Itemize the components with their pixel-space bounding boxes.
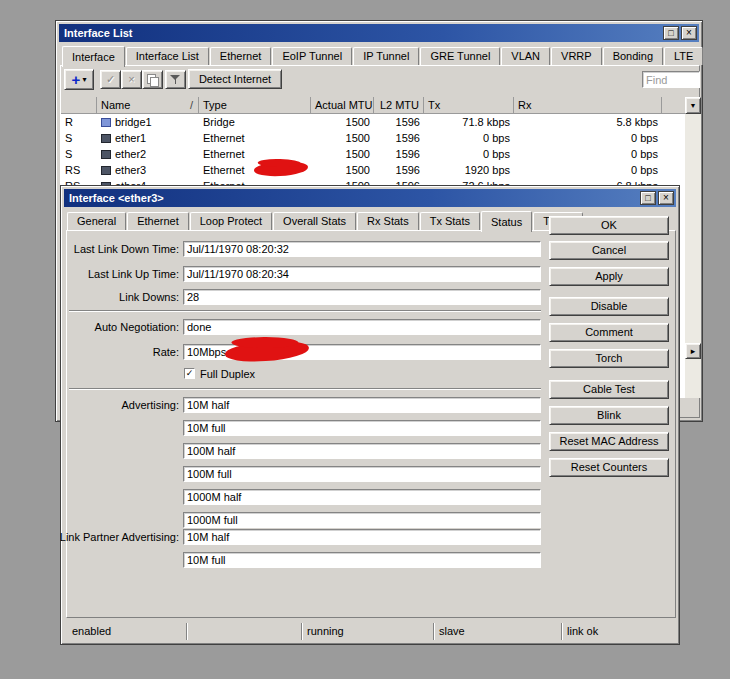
- interface-list-tabstrip: Interface Interface List Ethernet EoIP T…: [62, 46, 704, 67]
- check-icon: ✓: [106, 73, 115, 85]
- column-header-flags[interactable]: [61, 97, 97, 113]
- close-icon: ×: [659, 192, 673, 204]
- column-header-l2-mtu[interactable]: L2 MTU: [374, 97, 424, 113]
- tab-overall-stats[interactable]: Overall Stats: [273, 212, 356, 230]
- table-row[interactable]: RS ether3 Ethernet 1500 1596 1920 bps 0 …: [61, 162, 685, 178]
- advertising-field[interactable]: 100M half: [183, 443, 541, 459]
- tab-general[interactable]: General: [67, 212, 126, 230]
- checkbox-box: ✓: [184, 368, 195, 379]
- tab-ethernet[interactable]: Ethernet: [127, 212, 189, 230]
- column-header-type[interactable]: Type: [199, 97, 311, 113]
- advertising-field[interactable]: 1000M full: [183, 512, 541, 528]
- auto-negotiation-field[interactable]: done: [183, 319, 541, 335]
- tab-ip-tunnel[interactable]: IP Tunnel: [353, 47, 419, 65]
- row-actual-mtu: 1500: [311, 114, 374, 130]
- auto-negotiation-label: Auto Negotiation:: [63, 319, 179, 335]
- advertising-field[interactable]: 10M half: [183, 397, 541, 413]
- row-rx: 5.8 kbps: [514, 114, 662, 130]
- last-link-down-time-field[interactable]: Jul/11/1970 08:20:32: [183, 241, 541, 257]
- row-l2-mtu: 1596: [374, 114, 424, 130]
- tab-interface-list[interactable]: Interface List: [126, 47, 209, 65]
- dialog-statusbar: enabled running slave link ok: [67, 623, 675, 640]
- advertising-field[interactable]: 1000M half: [183, 489, 541, 505]
- enable-toolbar-button[interactable]: ✓: [100, 70, 121, 89]
- scroll-right-button[interactable]: ▸: [685, 343, 701, 359]
- plus-icon: +: [72, 73, 81, 87]
- rate-label: Rate:: [63, 344, 179, 360]
- last-link-up-time-field[interactable]: Jul/11/1970 08:20:34: [183, 266, 541, 282]
- detect-internet-button[interactable]: Detect Internet: [188, 69, 282, 89]
- table-row[interactable]: R bridge1 Bridge 1500 1596 71.8 kbps 5.8…: [61, 114, 685, 130]
- maximize-icon: □: [641, 192, 655, 204]
- table-row[interactable]: S ether1 Ethernet 1500 1596 0 bps 0 bps: [61, 130, 685, 146]
- torch-button[interactable]: Torch: [549, 349, 669, 368]
- tab-vrrp[interactable]: VRRP: [551, 47, 602, 65]
- row-actual-mtu: 1500: [311, 130, 374, 146]
- dialog-tabstrip: General Ethernet Loop Protect Overall St…: [67, 211, 584, 232]
- row-rx: 0 bps: [514, 146, 662, 162]
- tab-ethernet[interactable]: Ethernet: [210, 47, 272, 65]
- filter-funnel-icon: [170, 74, 181, 85]
- filter-toolbar-button[interactable]: [165, 70, 186, 89]
- status-running: running: [301, 623, 433, 640]
- separator: [69, 388, 541, 390]
- chevron-down-icon: ▼: [686, 98, 700, 113]
- add-button[interactable]: + ▾: [64, 69, 94, 90]
- row-rx: 0 bps: [514, 130, 662, 146]
- bridge-icon: [101, 118, 111, 127]
- advertising-field[interactable]: 100M full: [183, 466, 541, 482]
- row-l2-mtu: 1596: [374, 130, 424, 146]
- last-link-up-time-label: Last Link Up Time:: [63, 266, 179, 282]
- maximize-icon: □: [664, 27, 678, 39]
- close-button[interactable]: ×: [658, 191, 674, 205]
- row-name: ether1: [97, 130, 199, 146]
- close-button[interactable]: ×: [681, 26, 697, 40]
- separator: [69, 310, 541, 312]
- link-downs-field[interactable]: 28: [183, 289, 541, 305]
- link-partner-advertising-field[interactable]: 10M half: [183, 529, 541, 545]
- status-slave: slave: [433, 623, 561, 640]
- column-header-tx[interactable]: Tx: [424, 97, 514, 113]
- comment-button[interactable]: Comment: [549, 323, 669, 342]
- column-header-rx[interactable]: Rx: [514, 97, 662, 113]
- column-header-name[interactable]: Name/: [97, 97, 199, 113]
- row-l2-mtu: 1596: [374, 162, 424, 178]
- disable-toolbar-button[interactable]: ×: [121, 70, 142, 89]
- blink-button[interactable]: Blink: [549, 406, 669, 425]
- tab-eoip-tunnel[interactable]: EoIP Tunnel: [272, 47, 352, 65]
- copy-toolbar-button[interactable]: [142, 70, 163, 89]
- maximize-button[interactable]: □: [663, 26, 679, 40]
- cable-test-button[interactable]: Cable Test: [549, 380, 669, 399]
- row-name: ether3: [97, 162, 199, 178]
- cross-icon: ×: [128, 73, 134, 85]
- tab-vlan[interactable]: VLAN: [501, 47, 550, 65]
- row-name: bridge1: [97, 114, 199, 130]
- column-header-actual-mtu[interactable]: Actual MTU: [311, 97, 374, 113]
- status-link-ok: link ok: [561, 623, 675, 640]
- tab-bonding[interactable]: Bonding: [603, 47, 663, 65]
- apply-button[interactable]: Apply: [549, 267, 669, 286]
- interface-list-titlebar[interactable]: Interface List □ ×: [59, 24, 699, 42]
- tab-gre-tunnel[interactable]: GRE Tunnel: [420, 47, 500, 65]
- find-input[interactable]: [642, 71, 700, 88]
- table-row[interactable]: S ether2 Ethernet 1500 1596 0 bps 0 bps: [61, 146, 685, 162]
- link-partner-advertising-field[interactable]: 10M full: [183, 552, 541, 568]
- reset-mac-address-button[interactable]: Reset MAC Address: [549, 432, 669, 451]
- full-duplex-checkbox[interactable]: ✓ Full Duplex: [184, 367, 255, 380]
- tab-tx-stats[interactable]: Tx Stats: [420, 212, 480, 230]
- dialog-titlebar[interactable]: Interface <ether3> □ ×: [64, 189, 676, 207]
- tab-interface[interactable]: Interface: [62, 46, 125, 67]
- cancel-button[interactable]: Cancel: [549, 241, 669, 260]
- advertising-field[interactable]: 10M full: [183, 420, 541, 436]
- ok-button[interactable]: OK: [549, 216, 669, 235]
- tab-loop-protect[interactable]: Loop Protect: [190, 212, 272, 230]
- tab-status[interactable]: Status: [481, 211, 532, 232]
- disable-button[interactable]: Disable: [549, 297, 669, 316]
- row-flags: S: [61, 130, 97, 146]
- tab-lte[interactable]: LTE: [664, 47, 703, 65]
- column-header-extra: [662, 97, 685, 113]
- tab-rx-stats[interactable]: Rx Stats: [357, 212, 419, 230]
- reset-counters-button[interactable]: Reset Counters: [549, 458, 669, 477]
- maximize-button[interactable]: □: [640, 191, 656, 205]
- column-select-button[interactable]: ▼: [685, 97, 701, 114]
